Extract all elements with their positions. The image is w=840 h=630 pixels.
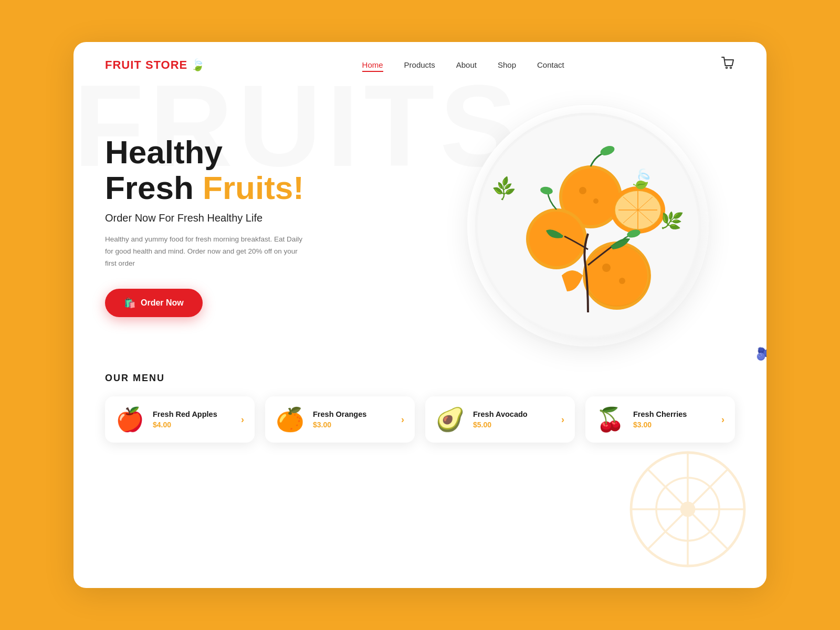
svg-point-20 [529, 212, 584, 266]
hero-image-area: 🌿 🍃 🍃 🌿 🫐 🫐 [441, 94, 735, 357]
svg-point-17 [579, 187, 586, 194]
apple-icon: 🍎 [116, 406, 144, 433]
bag-icon: 🛍️ [124, 297, 135, 309]
cherry-name: Fresh Cherries [633, 410, 713, 418]
avocado-icon: 🥑 [436, 406, 465, 433]
menu-title: OUR MENU [105, 373, 735, 384]
menu-card-apples[interactable]: 🍎 Fresh Red Apples $4.00 › [105, 396, 255, 443]
svg-point-18 [593, 198, 598, 204]
apple-info: Fresh Red Apples $4.00 [153, 410, 233, 429]
hero-title-line1: Healthy [105, 134, 223, 170]
hero-title: Healthy Fresh Fruits! [105, 134, 304, 206]
hero-section: Healthy Fresh Fruits! Order Now For Fres… [74, 74, 766, 357]
nav-item-shop[interactable]: Shop [498, 60, 516, 70]
hero-content: Healthy Fresh Fruits! Order Now For Fres… [105, 134, 304, 317]
svg-point-8 [730, 67, 732, 69]
cart-icon[interactable] [721, 57, 735, 74]
svg-point-11 [586, 245, 647, 306]
cherry-price: $3.00 [633, 421, 713, 429]
logo-text: FRUIT STORE [105, 58, 187, 72]
nav-item-products[interactable]: Products [404, 60, 435, 70]
nav-links: Home Products About Shop Contact [362, 60, 564, 70]
logo-leaf-icon: 🍃 [191, 58, 205, 72]
avocado-info: Fresh Avocado $5.00 [473, 410, 553, 429]
nav-item-home[interactable]: Home [362, 60, 383, 70]
svg-point-13 [619, 278, 625, 284]
svg-point-6 [680, 502, 696, 517]
menu-grid: 🍎 Fresh Red Apples $4.00 › 🍊 Fresh Orang… [105, 396, 735, 443]
order-now-button[interactable]: 🛍️ Order Now [105, 289, 203, 317]
avocado-price: $5.00 [473, 421, 553, 429]
apple-price: $4.00 [153, 421, 233, 429]
orange-arrow-icon[interactable]: › [401, 414, 404, 425]
nav-link-products[interactable]: Products [404, 60, 435, 69]
hero-subtitle: Order Now For Fresh Healthy Life [105, 212, 304, 224]
cherry-info: Fresh Cherries $3.00 [633, 410, 713, 429]
navbar: FRUIT STORE 🍃 Home Products About Shop C… [74, 42, 766, 74]
apple-name: Fresh Red Apples [153, 410, 233, 418]
nav-link-about[interactable]: About [456, 60, 477, 69]
nav-link-contact[interactable]: Contact [537, 60, 564, 69]
menu-section: OUR MENU 🍎 Fresh Red Apples $4.00 › 🍊 Fr… [74, 357, 766, 464]
orange-info: Fresh Oranges $3.00 [313, 410, 393, 429]
main-card: FRUITS FRUIT STORE 🍃 Home Products About [74, 42, 766, 588]
hero-title-line2-normal: Fresh [105, 170, 203, 206]
cherry-arrow-icon[interactable]: › [721, 414, 724, 425]
menu-card-avocado[interactable]: 🥑 Fresh Avocado $5.00 › [425, 396, 575, 443]
menu-card-cherries[interactable]: 🍒 Fresh Cherries $3.00 › [585, 396, 735, 443]
order-btn-label: Order Now [141, 298, 184, 308]
hero-description: Healthy and yummy food for fresh morning… [105, 234, 304, 270]
avocado-arrow-icon[interactable]: › [561, 414, 564, 425]
orange-icon: 🍊 [276, 406, 304, 433]
svg-point-12 [602, 264, 611, 272]
apple-arrow-icon[interactable]: › [241, 414, 244, 425]
nav-item-about[interactable]: About [456, 60, 477, 70]
leaf-decoration-4: 🌿 [659, 208, 684, 233]
svg-point-7 [726, 67, 728, 69]
hero-title-highlight: Fruits! [203, 170, 304, 206]
cherry-icon: 🍒 [596, 406, 625, 433]
orange-watermark-svg [625, 446, 751, 572]
orange-price: $3.00 [313, 421, 393, 429]
logo[interactable]: FRUIT STORE 🍃 [105, 58, 205, 72]
avocado-name: Fresh Avocado [473, 410, 553, 418]
orange-name: Fresh Oranges [313, 410, 393, 418]
menu-card-oranges[interactable]: 🍊 Fresh Oranges $3.00 › [265, 396, 415, 443]
nav-item-contact[interactable]: Contact [537, 60, 564, 70]
nav-link-home[interactable]: Home [362, 60, 383, 72]
nav-link-shop[interactable]: Shop [498, 60, 516, 69]
